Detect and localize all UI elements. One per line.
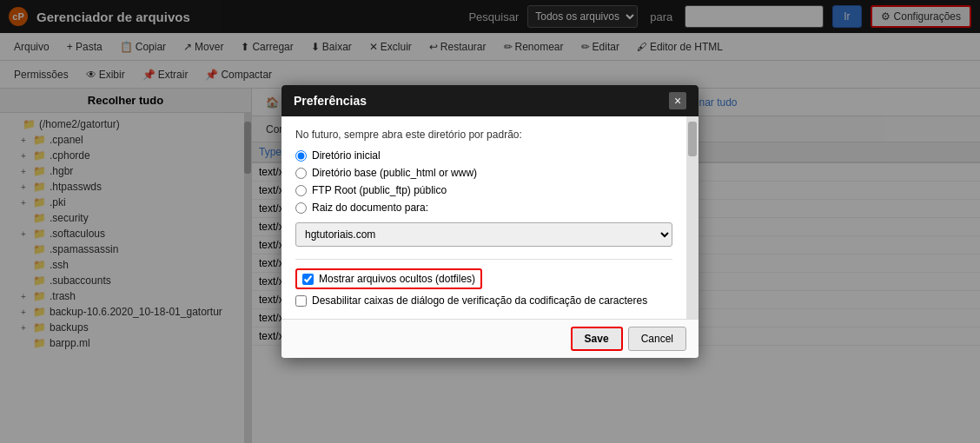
checkbox-encoding[interactable]: [295, 295, 307, 307]
radio-ftp[interactable]: [295, 185, 307, 196]
radio-group: Diretório inicial Diretório base (public…: [295, 149, 672, 214]
preferences-modal: Preferências × No futuro, sempre abra es…: [281, 85, 699, 358]
radio-label-2: Diretório base (public_html or www): [312, 167, 477, 179]
checkbox-dotfiles-label[interactable]: Mostrar arquivos ocultos (dotfiles): [295, 268, 482, 289]
radio-item-1[interactable]: Diretório inicial: [295, 149, 672, 162]
radio-label-4: Raiz do documento para:: [312, 202, 428, 214]
save-button[interactable]: Save: [571, 327, 623, 351]
radio-item-3[interactable]: FTP Root (public_ftp) público: [295, 184, 672, 196]
radio-raiz[interactable]: [295, 202, 307, 214]
radio-inicial[interactable]: [295, 150, 307, 162]
cancel-button[interactable]: Cancel: [628, 327, 686, 351]
modal-footer: Save Cancel: [281, 319, 699, 358]
modal-scrollbar[interactable]: [686, 116, 699, 319]
radio-base[interactable]: [295, 168, 307, 179]
domain-select[interactable]: hgtutoriais.com: [295, 222, 672, 247]
modal-scrollbar-thumb: [688, 122, 697, 156]
modal-subtitle: No futuro, sempre abra este diretório po…: [295, 129, 672, 141]
radio-label-3: FTP Root (public_ftp) público: [312, 184, 447, 196]
checkbox-encoding-label[interactable]: Desabilitar caixas de diálogo de verific…: [295, 294, 672, 307]
checkbox-dotfiles-text: Mostrar arquivos ocultos (dotfiles): [319, 273, 475, 285]
modal-title: Preferências: [294, 94, 367, 108]
radio-item-4[interactable]: Raiz do documento para:: [295, 202, 672, 214]
checkbox-dotfiles[interactable]: [302, 274, 314, 285]
radio-label-1: Diretório inicial: [312, 149, 381, 162]
modal-close-button[interactable]: ×: [669, 92, 686, 109]
modal-header: Preferências ×: [281, 85, 699, 116]
checkbox-item-1-wrapper: Mostrar arquivos ocultos (dotfiles): [295, 268, 672, 289]
radio-item-2[interactable]: Diretório base (public_html or www): [295, 167, 672, 179]
checkbox-section: Mostrar arquivos ocultos (dotfiles) Desa…: [295, 259, 672, 307]
dropdown-row: hgtutoriais.com: [295, 222, 672, 247]
checkbox-encoding-text: Desabilitar caixas de diálogo de verific…: [312, 294, 647, 307]
modal-overlay: Preferências × No futuro, sempre abra es…: [0, 0, 980, 443]
modal-body: No futuro, sempre abra este diretório po…: [281, 116, 686, 319]
